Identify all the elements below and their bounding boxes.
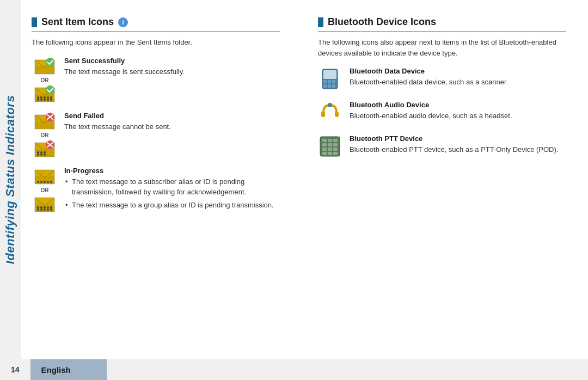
- right-section-title: Bluetooth Device Icons: [328, 16, 436, 28]
- send-failed-row: OR: [32, 112, 280, 159]
- columns: Sent Item Icons i The following icons ap…: [32, 16, 566, 348]
- in-progress-icon-1: [34, 167, 56, 186]
- svg-rect-71: [321, 112, 325, 117]
- send-failed-label: Send Failed: [64, 112, 280, 120]
- svg-rect-80: [333, 143, 338, 146]
- svg-point-33: [44, 154, 46, 156]
- info-icon: i: [118, 17, 128, 27]
- page-number: 14: [0, 365, 30, 374]
- svg-rect-82: [328, 148, 332, 151]
- svg-point-57: [50, 209, 52, 211]
- vertical-tab-text: Identifying Status Indicators: [3, 95, 17, 264]
- send-failed-icon-2: [34, 139, 56, 159]
- svg-rect-78: [322, 143, 327, 146]
- sent-success-icon-2: [34, 84, 56, 104]
- page-container: Identifying Status Indicators Sent Item …: [0, 0, 588, 359]
- english-tab[interactable]: English: [30, 359, 107, 380]
- send-failed-icon-1: [34, 112, 56, 131]
- bottom-bar: 14 English: [0, 359, 588, 380]
- bt-data-row: Bluetooth Data Device Bluetooth-enabled …: [318, 67, 566, 91]
- svg-point-31: [37, 154, 39, 156]
- svg-rect-69: [328, 84, 331, 88]
- right-section-marker: [318, 17, 323, 27]
- right-column: Bluetooth Device Icons The following ico…: [307, 16, 566, 348]
- svg-rect-72: [335, 112, 339, 117]
- svg-rect-67: [332, 80, 335, 83]
- svg-point-48: [50, 181, 52, 183]
- svg-point-10: [40, 99, 42, 101]
- bt-ptt-label: Bluetooth PTT Device: [350, 134, 566, 143]
- svg-rect-81: [322, 148, 327, 151]
- svg-point-34: [37, 151, 39, 154]
- or-label-1: OR: [41, 77, 49, 83]
- svg-point-14: [37, 96, 39, 99]
- svg-point-61: [47, 206, 49, 209]
- svg-point-46: [44, 181, 46, 183]
- svg-point-56: [47, 209, 49, 211]
- sent-successfully-row: OR: [32, 57, 280, 104]
- svg-point-62: [50, 206, 52, 209]
- in-progress-label: In-Progress: [64, 167, 280, 175]
- svg-point-32: [40, 154, 42, 156]
- svg-point-35: [40, 151, 42, 154]
- bt-data-icon: [318, 67, 342, 91]
- svg-rect-85: [328, 152, 332, 155]
- svg-point-11: [44, 99, 46, 101]
- english-label: English: [41, 365, 71, 375]
- in-progress-desc: The text message to a subscriber alias o…: [64, 176, 280, 211]
- svg-point-12: [47, 99, 49, 101]
- svg-point-15: [40, 96, 42, 99]
- bt-audio-text: Bluetooth Audio Device Bluetooth-enabled…: [350, 101, 566, 121]
- svg-point-16: [44, 96, 46, 99]
- bt-audio-row: Bluetooth Audio Device Bluetooth-enabled…: [318, 101, 566, 125]
- bt-audio-label: Bluetooth Audio Device: [350, 101, 566, 109]
- svg-rect-65: [323, 80, 327, 83]
- svg-rect-68: [323, 84, 327, 88]
- svg-point-18: [50, 96, 52, 99]
- svg-point-44: [37, 181, 39, 183]
- bt-audio-desc: Bluetooth-enabled audio device, such as …: [350, 111, 566, 121]
- in-progress-bullet-2: The text message to a group alias or ID …: [64, 200, 280, 211]
- svg-rect-77: [333, 139, 338, 142]
- send-failed-icons: OR: [32, 112, 58, 159]
- bt-ptt-icon: [318, 134, 342, 158]
- in-progress-bullet-1: The text message to a subscriber alias o…: [64, 176, 280, 198]
- svg-rect-64: [323, 70, 336, 79]
- svg-rect-75: [322, 139, 327, 142]
- svg-point-17: [47, 96, 49, 99]
- svg-point-45: [40, 181, 42, 183]
- right-section-header: Bluetooth Device Icons: [318, 16, 566, 32]
- svg-point-36: [44, 151, 46, 154]
- bt-audio-icon: [318, 101, 342, 125]
- bt-data-label: Bluetooth Data Device: [350, 67, 566, 75]
- in-progress-icon-2: [34, 194, 56, 214]
- main-content: Sent Item Icons i The following icons ap…: [21, 0, 588, 359]
- svg-point-53: [37, 209, 39, 211]
- right-section-intro: The following icons also appear next to …: [318, 37, 566, 58]
- svg-point-13: [50, 99, 52, 101]
- svg-rect-70: [332, 84, 335, 88]
- svg-rect-84: [322, 152, 327, 155]
- svg-rect-76: [328, 139, 332, 142]
- send-failed-desc: The text message cannot be sent.: [64, 121, 280, 132]
- sent-successfully-icons: OR: [32, 57, 58, 104]
- svg-point-9: [37, 99, 39, 101]
- sent-success-icon-1: [34, 57, 56, 76]
- svg-rect-83: [333, 148, 338, 151]
- svg-point-55: [44, 209, 46, 211]
- svg-point-59: [40, 206, 42, 209]
- svg-rect-79: [328, 143, 332, 146]
- sent-successfully-desc: The text message is sent successfully.: [64, 66, 280, 77]
- sent-successfully-text: Sent Successfully The text message is se…: [64, 57, 280, 77]
- in-progress-row: OR: [32, 167, 280, 214]
- sent-successfully-label: Sent Successfully: [64, 57, 280, 65]
- bt-data-desc: Bluetooth-enabled data device, such as a…: [350, 77, 566, 88]
- vertical-tab: Identifying Status Indicators: [0, 0, 21, 359]
- left-section-marker: [32, 17, 37, 27]
- bt-ptt-desc: Bluetooth-enabled PTT device, such as a …: [350, 144, 566, 155]
- left-section-intro: The following icons appear in the Sent I…: [32, 37, 280, 48]
- left-section-title: Sent Item Icons: [41, 16, 114, 28]
- svg-point-47: [47, 181, 49, 183]
- svg-rect-66: [328, 80, 331, 83]
- or-label-3: OR: [41, 187, 49, 193]
